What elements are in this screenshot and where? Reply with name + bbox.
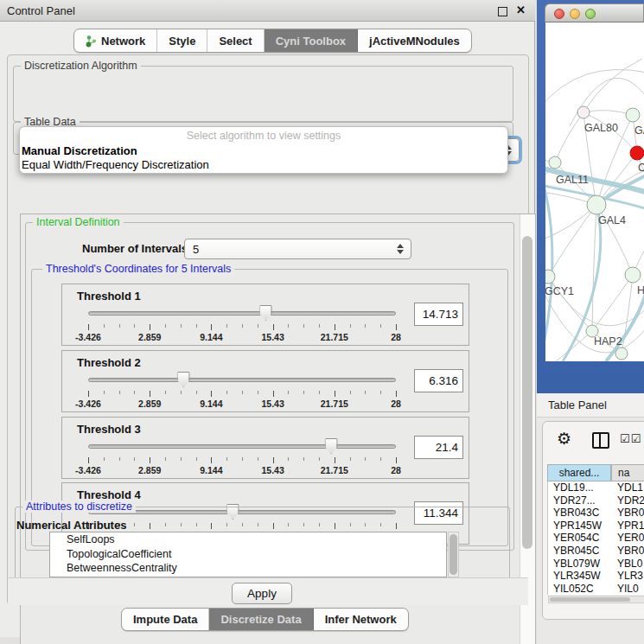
cell-name[interactable]: YBL0 [617,558,642,570]
slider-thumb[interactable] [177,372,190,387]
cell-name[interactable]: YBR0 [617,507,644,519]
node-label-partial-h: H [637,284,644,296]
slider-track[interactable] [88,311,396,316]
node-label-gal80: GAL80 [584,122,618,134]
table-panel: Table Panel ⚙ ☑☑ shared... na YDL19...YD… [537,393,644,644]
tab-discretize-data[interactable]: Discretize Data [209,609,313,630]
tab-jactivemnodules[interactable]: jActiveMNodules [358,29,471,52]
control-panel-titlebar: Control Panel ✕ [0,0,535,22]
cell-name[interactable]: YIL0 [617,583,639,595]
split-columns-icon[interactable] [592,432,609,449]
apply-button[interactable]: Apply [232,583,292,604]
node-gcy1[interactable] [545,270,555,284]
gear-icon[interactable]: ⚙ [557,429,571,449]
minimize-traffic-light-icon[interactable] [570,9,580,19]
threshold-3-slider[interactable]: -3.4262.8599.14415.4321.71528 [88,438,396,473]
cell-shared-name[interactable]: YLR345W [553,570,601,582]
table-row[interactable]: YIL052CYIL0 [548,583,644,596]
tick-label: 2.859 [138,465,161,475]
tick-minor [319,391,320,394]
node-gal11[interactable] [549,156,561,169]
cell-name[interactable]: YER0 [617,532,644,544]
network-window-titlebar[interactable] [545,3,644,22]
scrollbar-thumb[interactable] [550,597,630,602]
tick-minor [365,391,366,394]
cell-shared-name[interactable]: YPR145W [553,520,602,532]
cell-shared-name[interactable]: YER054C [553,532,599,544]
number-of-intervals-label: Number of Intervals [82,242,188,255]
node-label-gcy1: GCY1 [545,285,574,297]
cell-shared-name[interactable]: YBL079W [553,558,600,570]
zoom-traffic-light-icon[interactable] [585,9,596,19]
table-horizontal-scrollbar[interactable] [548,596,644,603]
cell-name[interactable]: YLR3 [617,570,643,582]
threshold-3-value-field[interactable]: 21.4 [414,436,463,459]
node-selected-red[interactable] [630,146,644,160]
scrollbar-thumb[interactable] [522,236,532,549]
tick-minor [196,391,197,394]
checkbox-icons[interactable]: ☑☑ [620,432,641,445]
table-row[interactable]: YBR045CYBR0 [548,545,644,558]
slider-thumb[interactable] [259,305,272,321]
table-row[interactable]: YDR27...YDR2 [548,494,644,507]
number-of-intervals-combobox[interactable]: 5 [184,239,411,259]
table-row[interactable]: YBR043CYBR0 [548,507,644,520]
cell-shared-name[interactable]: YDR27... [553,494,596,507]
cell-name[interactable]: YPR1 [617,520,644,532]
tab-infer-network[interactable]: Infer Network [314,609,408,630]
slider-thumb[interactable] [325,438,338,454]
number-of-intervals-value: 5 [185,243,393,256]
table-row[interactable]: YER054CYER0 [548,532,644,545]
tick-minor [134,457,135,461]
close-traffic-light-icon[interactable] [554,9,564,19]
window-title: Control Panel [7,4,75,17]
numerical-attributes-list[interactable]: SelfLoopsTopologicalCoefficientBetweenne… [49,532,447,577]
column-header-name[interactable]: na [611,464,644,481]
attribute-list-item[interactable]: TopologicalCoefficient [50,547,446,562]
node-gal80[interactable] [577,106,590,118]
attribute-list-item[interactable]: BetweennessCentrality [50,561,446,576]
tab-network[interactable]: Network [74,29,157,52]
cell-shared-name[interactable]: YIL052C [553,583,594,595]
cell-name[interactable]: YBR0 [617,545,644,557]
cell-shared-name[interactable]: YBR043C [553,507,599,519]
table-row[interactable]: YPR145WYPR1 [548,520,644,532]
cell-shared-name[interactable]: YDL19... [553,481,594,494]
node-bottom[interactable] [615,348,628,360]
cell-name[interactable]: YDL1 [617,481,643,494]
column-header-shared[interactable]: shared... [547,464,611,481]
slider-ticks [88,391,396,398]
cell-shared-name[interactable]: YBR045C [553,545,599,557]
table-row[interactable]: YBL079WYBL0 [548,558,644,571]
float-window-icon[interactable] [498,7,507,16]
attributes-list-scrollbar[interactable] [448,532,459,577]
threshold-2-value-field[interactable]: 6.316 [414,369,463,392]
algorithm-option-manual[interactable]: Manual Discretization [22,144,137,157]
tab-cyni-toolbox[interactable]: Cyni Toolbox [265,29,358,52]
tab-select[interactable]: Select [207,29,264,52]
threshold-1-value-field[interactable]: 14.713 [414,303,463,326]
slider-track[interactable] [88,378,396,382]
tick-major [88,324,89,330]
network-canvas[interactable]: GAL80 GA GAL11 C GAL4 GCY1 H HAP2 [545,22,644,361]
tick-minor [226,457,227,461]
close-icon[interactable]: ✕ [516,3,526,16]
tab-impute-data[interactable]: Impute Data [122,609,209,630]
scrollbar-thumb[interactable] [450,534,457,575]
cell-name[interactable]: YDR2 [617,494,644,507]
tick-major [150,457,150,463]
node-right[interactable] [625,267,641,283]
threshold-2-slider[interactable]: -3.4262.8599.14415.4321.71528 [88,372,396,406]
table-row[interactable]: YDL19...YDL1 [548,481,644,494]
attribute-list-item[interactable]: SelfLoops [50,532,446,547]
threshold-1-slider[interactable]: -3.4262.8599.14415.4321.71528 [88,305,396,340]
node-gal4[interactable] [587,195,606,214]
tick-major [211,391,212,397]
algorithm-option-equal-width[interactable]: Equal Width/Frequency Discretization [22,158,209,171]
node-top-right[interactable] [626,108,640,122]
tab-style[interactable]: Style [157,29,207,52]
tick-minor [258,457,258,461]
slider-track[interactable] [88,444,396,449]
table-row[interactable]: YLR345WYLR3 [548,570,644,583]
tick-minor [303,457,304,461]
